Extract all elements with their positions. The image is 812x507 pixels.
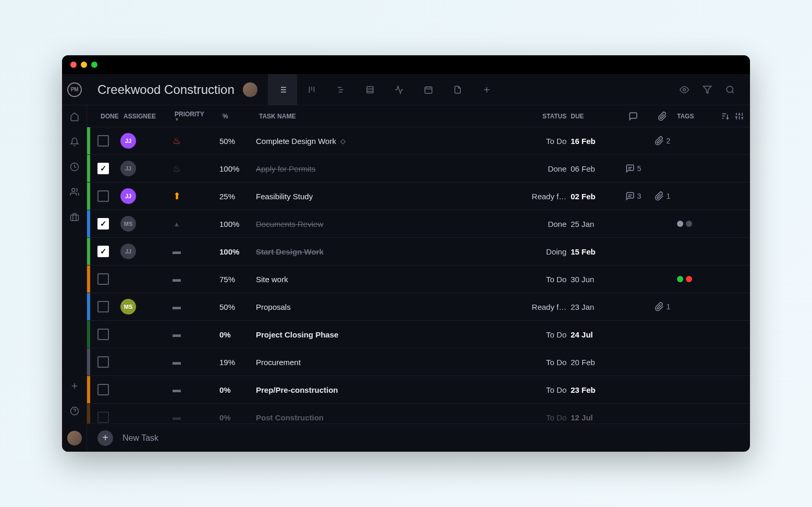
priority-indicator[interactable]: ▬: [171, 274, 182, 284]
project-owner-avatar[interactable]: [243, 82, 257, 97]
due-value[interactable]: 20 Feb: [571, 358, 595, 367]
col-tags-header[interactable]: TAGS: [677, 113, 719, 120]
task-row[interactable]: ▬ 0% Prep/Pre-construction To Do 23 Feb: [87, 376, 750, 404]
view-gantt-tab[interactable]: [326, 74, 355, 105]
col-name-header[interactable]: TASK NAME: [259, 113, 519, 120]
col-priority-header[interactable]: PRIORITY ▼: [175, 111, 223, 122]
add-button[interactable]: [69, 381, 80, 391]
task-row[interactable]: JJ ▬ 100% Start Design Work Doing 15 Feb: [87, 238, 750, 265]
task-name[interactable]: Start Design Work: [256, 247, 324, 256]
done-checkbox[interactable]: [97, 356, 109, 368]
due-value[interactable]: 30 Jun: [571, 275, 594, 284]
visibility-button[interactable]: [679, 84, 690, 95]
col-assignee-header[interactable]: ASSIGNEE: [124, 113, 175, 120]
priority-indicator[interactable]: ▬: [171, 330, 182, 339]
status-value[interactable]: To Do: [546, 137, 567, 146]
task-name[interactable]: Proposals: [256, 303, 291, 311]
status-value[interactable]: To Do: [546, 330, 567, 339]
col-status-header[interactable]: STATUS: [519, 113, 571, 120]
help-button[interactable]: [69, 406, 80, 416]
task-row[interactable]: MS ▬ 50% Proposals Ready f… 23 Jan 1: [87, 293, 750, 321]
tag-dots[interactable]: [677, 221, 692, 227]
due-value[interactable]: 23 Feb: [571, 385, 596, 394]
pm-logo-icon[interactable]: PM: [67, 82, 82, 97]
done-checkbox[interactable]: [97, 273, 109, 285]
done-checkbox[interactable]: [97, 301, 109, 312]
status-value[interactable]: Doing: [546, 247, 567, 256]
task-row[interactable]: JJ ♨ 100% Apply for Permits Done 06 Feb …: [87, 155, 750, 183]
done-checkbox[interactable]: [97, 246, 109, 257]
due-value[interactable]: 16 Feb: [571, 137, 596, 146]
recent-button[interactable]: [69, 162, 80, 172]
due-value[interactable]: 06 Feb: [571, 164, 595, 173]
task-name[interactable]: Prep/Pre-construction: [256, 385, 338, 394]
priority-indicator[interactable]: ▬: [171, 302, 182, 311]
search-button[interactable]: [725, 84, 735, 95]
assignee-avatar[interactable]: JJ: [120, 161, 136, 176]
view-sheet-tab[interactable]: [355, 74, 385, 105]
attachments-badge[interactable]: 1: [655, 191, 671, 201]
window-close-button[interactable]: [70, 62, 77, 68]
task-row[interactable]: ▬ 75% Site work To Do 30 Jun: [87, 265, 750, 293]
done-checkbox[interactable]: [97, 190, 109, 202]
new-task-label[interactable]: New Task: [122, 433, 158, 443]
done-checkbox[interactable]: [97, 384, 109, 395]
assignee-avatar[interactable]: MS: [120, 299, 136, 315]
sort-icon[interactable]: [721, 112, 730, 120]
view-add-tab[interactable]: [472, 74, 501, 105]
status-value[interactable]: To Do: [546, 385, 567, 394]
attachments-badge[interactable]: 2: [655, 136, 671, 146]
assignee-avatar[interactable]: JJ: [120, 133, 136, 149]
due-value[interactable]: 24 Jul: [571, 330, 593, 339]
task-row[interactable]: ▬ 19% Procurement To Do 20 Feb: [87, 348, 750, 376]
task-name[interactable]: Complete Design Work◇: [256, 137, 346, 146]
task-name[interactable]: Procurement: [256, 358, 301, 367]
status-value[interactable]: Done: [548, 220, 567, 228]
col-comments-header[interactable]: [619, 112, 648, 121]
home-button[interactable]: [69, 112, 80, 122]
view-list-tab[interactable]: [268, 74, 297, 105]
priority-indicator[interactable]: ▬: [171, 385, 182, 394]
priority-indicator[interactable]: ▲: [171, 220, 182, 228]
new-task-button[interactable]: +: [97, 430, 113, 446]
done-checkbox[interactable]: [97, 412, 109, 423]
task-name[interactable]: Site work: [256, 275, 288, 284]
assignee-avatar[interactable]: MS: [120, 216, 136, 232]
task-name[interactable]: Documents Review: [256, 220, 323, 228]
priority-indicator[interactable]: ♨: [171, 135, 182, 147]
task-name[interactable]: Apply for Permits: [256, 164, 315, 173]
done-checkbox[interactable]: [97, 135, 109, 147]
tag-dots[interactable]: [677, 276, 692, 282]
task-row[interactable]: ▬ 0% Post Construction To Do 12 Jul: [87, 404, 750, 424]
done-checkbox[interactable]: [97, 218, 109, 230]
task-name[interactable]: Project Closing Phase: [256, 330, 338, 339]
settings-icon[interactable]: [735, 112, 744, 120]
notifications-button[interactable]: [69, 137, 80, 147]
assignee-avatar[interactable]: JJ: [120, 188, 136, 204]
due-value[interactable]: 15 Feb: [571, 247, 596, 256]
done-checkbox[interactable]: [97, 163, 109, 174]
team-button[interactable]: [69, 187, 80, 197]
comments-badge[interactable]: 5: [625, 164, 642, 173]
view-files-tab[interactable]: [443, 74, 472, 105]
task-row[interactable]: JJ ♨ 50% Complete Design Work◇ To Do 16 …: [87, 127, 750, 155]
attachments-badge[interactable]: 1: [655, 302, 671, 311]
assignee-avatar[interactable]: JJ: [120, 244, 136, 259]
status-value[interactable]: To Do: [546, 358, 567, 367]
due-value[interactable]: 12 Jul: [571, 413, 593, 422]
window-minimize-button[interactable]: [81, 62, 87, 68]
task-row[interactable]: MS ▲ 100% Documents Review Done 25 Jan: [87, 210, 750, 238]
priority-indicator[interactable]: ▬: [171, 247, 182, 256]
status-value[interactable]: To Do: [546, 275, 567, 284]
status-value[interactable]: To Do: [546, 413, 567, 422]
status-value[interactable]: Done: [548, 164, 567, 173]
col-attach-header[interactable]: [648, 112, 677, 121]
due-value[interactable]: 25 Jan: [571, 220, 594, 228]
filter-button[interactable]: [702, 84, 712, 95]
col-done-header[interactable]: DONE: [93, 113, 124, 120]
col-due-header[interactable]: DUE: [571, 113, 619, 120]
project-title[interactable]: Creekwood Construction: [87, 82, 243, 97]
priority-indicator[interactable]: ▬: [171, 413, 182, 422]
window-maximize-button[interactable]: [91, 62, 97, 68]
projects-button[interactable]: [69, 212, 80, 222]
